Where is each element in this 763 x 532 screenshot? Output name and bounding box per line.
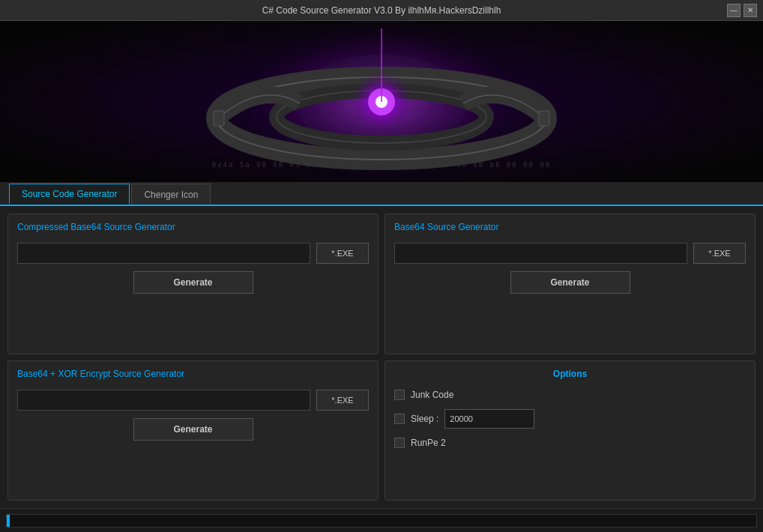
junk-code-checkbox[interactable] bbox=[394, 390, 405, 400]
minimize-button[interactable]: — bbox=[727, 4, 741, 17]
base64-xor-panel: Base64 + XOR Encrypt Source Generator *.… bbox=[7, 360, 379, 501]
status-bar bbox=[0, 508, 763, 532]
svg-rect-12 bbox=[214, 111, 224, 126]
banner: 0x4d 5a 90 00 03 00 00 00 04 00 00 00 ff… bbox=[0, 21, 763, 182]
base64-source-input[interactable] bbox=[394, 243, 687, 264]
window-controls: — ✕ bbox=[727, 4, 757, 17]
base64-xor-input[interactable] bbox=[17, 390, 310, 411]
tab-bar: Source Code Generator Chenger Icon bbox=[0, 182, 763, 206]
status-progress-fill bbox=[7, 515, 10, 527]
compressed-base64-input-row: *.EXE bbox=[17, 243, 369, 264]
title-bar: C# Code Source Generator V3.0 By ilhlhMя… bbox=[0, 0, 763, 21]
base64-xor-title: Base64 + XOR Encrypt Source Generator bbox=[17, 369, 369, 379]
compressed-base64-exe-button[interactable]: *.EXE bbox=[316, 243, 369, 264]
base64-xor-exe-button[interactable]: *.EXE bbox=[316, 390, 369, 411]
svg-text:0x4d 5a 90 00 03 00 00 00 04 0: 0x4d 5a 90 00 03 00 00 00 04 00 00 00 ff… bbox=[212, 161, 552, 169]
base64-xor-input-row: *.EXE bbox=[17, 390, 369, 411]
compressed-base64-generate-button[interactable]: Generate bbox=[133, 271, 253, 294]
compressed-base64-title: Compressed Base64 Source Generator bbox=[17, 222, 369, 232]
base64-source-exe-button[interactable]: *.EXE bbox=[693, 243, 746, 264]
main-content: Compressed Base64 Source Generator *.EXE… bbox=[0, 206, 763, 508]
runpe2-row: RunPe 2 bbox=[394, 438, 746, 448]
compressed-base64-generate-row: Generate bbox=[17, 271, 369, 294]
base64-xor-generate-row: Generate bbox=[17, 418, 369, 441]
base64-source-panel: Base64 Source Generator *.EXE Generate bbox=[384, 214, 756, 354]
junk-code-row: Junk Code bbox=[394, 390, 746, 400]
sleep-row: Sleep : bbox=[394, 409, 746, 429]
base64-xor-generate-button[interactable]: Generate bbox=[133, 418, 253, 441]
runpe2-checkbox[interactable] bbox=[394, 438, 405, 448]
window-title: C# Code Source Generator V3.0 By ilhlhMя… bbox=[36, 5, 727, 16]
runpe2-label: RunPe 2 bbox=[411, 438, 446, 448]
base64-source-title: Base64 Source Generator bbox=[394, 222, 746, 232]
options-title: Options bbox=[394, 369, 746, 379]
compressed-base64-panel: Compressed Base64 Source Generator *.EXE… bbox=[7, 214, 379, 354]
junk-code-label: Junk Code bbox=[411, 390, 453, 400]
base64-source-generate-button[interactable]: Generate bbox=[510, 271, 630, 294]
status-progress bbox=[6, 514, 757, 528]
panels-grid: Compressed Base64 Source Generator *.EXE… bbox=[7, 214, 756, 501]
tab-source-code-generator[interactable]: Source Code Generator bbox=[9, 184, 130, 205]
compressed-base64-input[interactable] bbox=[17, 243, 310, 264]
sleep-checkbox[interactable] bbox=[394, 414, 405, 424]
close-button[interactable]: ✕ bbox=[744, 4, 757, 17]
base64-source-generate-row: Generate bbox=[394, 271, 746, 294]
sleep-input[interactable] bbox=[444, 409, 534, 429]
tab-chenger-icon[interactable]: Chenger Icon bbox=[131, 184, 211, 205]
options-panel: Options Junk Code Sleep : RunPe 2 bbox=[384, 360, 756, 501]
base64-source-input-row: *.EXE bbox=[394, 243, 746, 264]
svg-rect-13 bbox=[539, 111, 549, 126]
sleep-label: Sleep : bbox=[411, 414, 438, 424]
